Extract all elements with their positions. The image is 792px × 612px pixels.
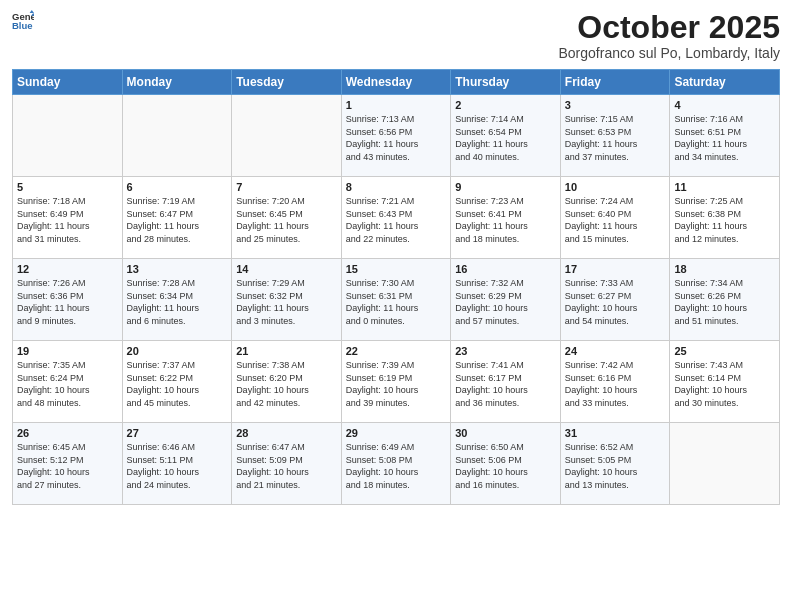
- day-number: 30: [455, 427, 556, 439]
- cell-info-text: Sunrise: 7:15 AM Sunset: 6:53 PM Dayligh…: [565, 113, 666, 163]
- day-number: 13: [127, 263, 228, 275]
- calendar-week-row: 26Sunrise: 6:45 AM Sunset: 5:12 PM Dayli…: [13, 423, 780, 505]
- calendar-week-row: 12Sunrise: 7:26 AM Sunset: 6:36 PM Dayli…: [13, 259, 780, 341]
- cell-info-text: Sunrise: 7:43 AM Sunset: 6:14 PM Dayligh…: [674, 359, 775, 409]
- calendar-cell: 8Sunrise: 7:21 AM Sunset: 6:43 PM Daylig…: [341, 177, 451, 259]
- page-container: General Blue October 2025 Borgofranco su…: [0, 0, 792, 513]
- calendar-cell: [122, 95, 232, 177]
- cell-info-text: Sunrise: 7:18 AM Sunset: 6:49 PM Dayligh…: [17, 195, 118, 245]
- day-number: 23: [455, 345, 556, 357]
- calendar-cell: 4Sunrise: 7:16 AM Sunset: 6:51 PM Daylig…: [670, 95, 780, 177]
- day-number: 31: [565, 427, 666, 439]
- svg-text:Blue: Blue: [12, 20, 33, 31]
- day-number: 28: [236, 427, 337, 439]
- day-number: 2: [455, 99, 556, 111]
- day-number: 1: [346, 99, 447, 111]
- location-title: Borgofranco sul Po, Lombardy, Italy: [558, 45, 780, 61]
- cell-info-text: Sunrise: 6:50 AM Sunset: 5:06 PM Dayligh…: [455, 441, 556, 491]
- calendar-cell: 9Sunrise: 7:23 AM Sunset: 6:41 PM Daylig…: [451, 177, 561, 259]
- day-number: 22: [346, 345, 447, 357]
- header: General Blue October 2025 Borgofranco su…: [12, 10, 780, 61]
- cell-info-text: Sunrise: 7:28 AM Sunset: 6:34 PM Dayligh…: [127, 277, 228, 327]
- day-number: 16: [455, 263, 556, 275]
- calendar-cell: 21Sunrise: 7:38 AM Sunset: 6:20 PM Dayli…: [232, 341, 342, 423]
- day-number: 29: [346, 427, 447, 439]
- calendar-cell: 30Sunrise: 6:50 AM Sunset: 5:06 PM Dayli…: [451, 423, 561, 505]
- weekday-header-monday: Monday: [122, 70, 232, 95]
- calendar-cell: 25Sunrise: 7:43 AM Sunset: 6:14 PM Dayli…: [670, 341, 780, 423]
- calendar-cell: 28Sunrise: 6:47 AM Sunset: 5:09 PM Dayli…: [232, 423, 342, 505]
- weekday-header-friday: Friday: [560, 70, 670, 95]
- calendar-week-row: 5Sunrise: 7:18 AM Sunset: 6:49 PM Daylig…: [13, 177, 780, 259]
- day-number: 14: [236, 263, 337, 275]
- calendar-cell: 3Sunrise: 7:15 AM Sunset: 6:53 PM Daylig…: [560, 95, 670, 177]
- calendar-cell: 5Sunrise: 7:18 AM Sunset: 6:49 PM Daylig…: [13, 177, 123, 259]
- day-number: 21: [236, 345, 337, 357]
- cell-info-text: Sunrise: 7:38 AM Sunset: 6:20 PM Dayligh…: [236, 359, 337, 409]
- weekday-header-saturday: Saturday: [670, 70, 780, 95]
- weekday-header-sunday: Sunday: [13, 70, 123, 95]
- calendar-cell: 19Sunrise: 7:35 AM Sunset: 6:24 PM Dayli…: [13, 341, 123, 423]
- calendar-cell: 13Sunrise: 7:28 AM Sunset: 6:34 PM Dayli…: [122, 259, 232, 341]
- logo: General Blue: [12, 10, 34, 32]
- day-number: 20: [127, 345, 228, 357]
- cell-info-text: Sunrise: 7:21 AM Sunset: 6:43 PM Dayligh…: [346, 195, 447, 245]
- calendar-cell: 18Sunrise: 7:34 AM Sunset: 6:26 PM Dayli…: [670, 259, 780, 341]
- cell-info-text: Sunrise: 7:19 AM Sunset: 6:47 PM Dayligh…: [127, 195, 228, 245]
- day-number: 17: [565, 263, 666, 275]
- cell-info-text: Sunrise: 7:25 AM Sunset: 6:38 PM Dayligh…: [674, 195, 775, 245]
- day-number: 27: [127, 427, 228, 439]
- cell-info-text: Sunrise: 7:14 AM Sunset: 6:54 PM Dayligh…: [455, 113, 556, 163]
- calendar-cell: 11Sunrise: 7:25 AM Sunset: 6:38 PM Dayli…: [670, 177, 780, 259]
- cell-info-text: Sunrise: 6:46 AM Sunset: 5:11 PM Dayligh…: [127, 441, 228, 491]
- day-number: 18: [674, 263, 775, 275]
- cell-info-text: Sunrise: 6:47 AM Sunset: 5:09 PM Dayligh…: [236, 441, 337, 491]
- cell-info-text: Sunrise: 7:35 AM Sunset: 6:24 PM Dayligh…: [17, 359, 118, 409]
- calendar-cell: 7Sunrise: 7:20 AM Sunset: 6:45 PM Daylig…: [232, 177, 342, 259]
- calendar-cell: 10Sunrise: 7:24 AM Sunset: 6:40 PM Dayli…: [560, 177, 670, 259]
- weekday-header-wednesday: Wednesday: [341, 70, 451, 95]
- day-number: 15: [346, 263, 447, 275]
- calendar-cell: 26Sunrise: 6:45 AM Sunset: 5:12 PM Dayli…: [13, 423, 123, 505]
- cell-info-text: Sunrise: 7:30 AM Sunset: 6:31 PM Dayligh…: [346, 277, 447, 327]
- cell-info-text: Sunrise: 7:39 AM Sunset: 6:19 PM Dayligh…: [346, 359, 447, 409]
- day-number: 8: [346, 181, 447, 193]
- calendar-cell: 6Sunrise: 7:19 AM Sunset: 6:47 PM Daylig…: [122, 177, 232, 259]
- calendar-cell: [232, 95, 342, 177]
- cell-info-text: Sunrise: 7:37 AM Sunset: 6:22 PM Dayligh…: [127, 359, 228, 409]
- cell-info-text: Sunrise: 7:32 AM Sunset: 6:29 PM Dayligh…: [455, 277, 556, 327]
- day-number: 4: [674, 99, 775, 111]
- weekday-header-tuesday: Tuesday: [232, 70, 342, 95]
- cell-info-text: Sunrise: 6:45 AM Sunset: 5:12 PM Dayligh…: [17, 441, 118, 491]
- day-number: 25: [674, 345, 775, 357]
- day-number: 7: [236, 181, 337, 193]
- weekday-header-thursday: Thursday: [451, 70, 561, 95]
- calendar-week-row: 19Sunrise: 7:35 AM Sunset: 6:24 PM Dayli…: [13, 341, 780, 423]
- calendar-cell: 29Sunrise: 6:49 AM Sunset: 5:08 PM Dayli…: [341, 423, 451, 505]
- day-number: 12: [17, 263, 118, 275]
- day-number: 24: [565, 345, 666, 357]
- cell-info-text: Sunrise: 7:42 AM Sunset: 6:16 PM Dayligh…: [565, 359, 666, 409]
- cell-info-text: Sunrise: 7:33 AM Sunset: 6:27 PM Dayligh…: [565, 277, 666, 327]
- calendar-week-row: 1Sunrise: 7:13 AM Sunset: 6:56 PM Daylig…: [13, 95, 780, 177]
- cell-info-text: Sunrise: 7:26 AM Sunset: 6:36 PM Dayligh…: [17, 277, 118, 327]
- day-number: 11: [674, 181, 775, 193]
- day-number: 26: [17, 427, 118, 439]
- calendar-cell: 24Sunrise: 7:42 AM Sunset: 6:16 PM Dayli…: [560, 341, 670, 423]
- calendar-cell: 27Sunrise: 6:46 AM Sunset: 5:11 PM Dayli…: [122, 423, 232, 505]
- logo-icon: General Blue: [12, 10, 34, 32]
- calendar-table: SundayMondayTuesdayWednesdayThursdayFrid…: [12, 69, 780, 505]
- day-number: 19: [17, 345, 118, 357]
- cell-info-text: Sunrise: 6:52 AM Sunset: 5:05 PM Dayligh…: [565, 441, 666, 491]
- day-number: 9: [455, 181, 556, 193]
- title-block: October 2025 Borgofranco sul Po, Lombard…: [558, 10, 780, 61]
- calendar-cell: 1Sunrise: 7:13 AM Sunset: 6:56 PM Daylig…: [341, 95, 451, 177]
- calendar-cell: 16Sunrise: 7:32 AM Sunset: 6:29 PM Dayli…: [451, 259, 561, 341]
- day-number: 6: [127, 181, 228, 193]
- cell-info-text: Sunrise: 7:41 AM Sunset: 6:17 PM Dayligh…: [455, 359, 556, 409]
- cell-info-text: Sunrise: 7:34 AM Sunset: 6:26 PM Dayligh…: [674, 277, 775, 327]
- day-number: 10: [565, 181, 666, 193]
- calendar-cell: [670, 423, 780, 505]
- calendar-cell: 2Sunrise: 7:14 AM Sunset: 6:54 PM Daylig…: [451, 95, 561, 177]
- day-number: 3: [565, 99, 666, 111]
